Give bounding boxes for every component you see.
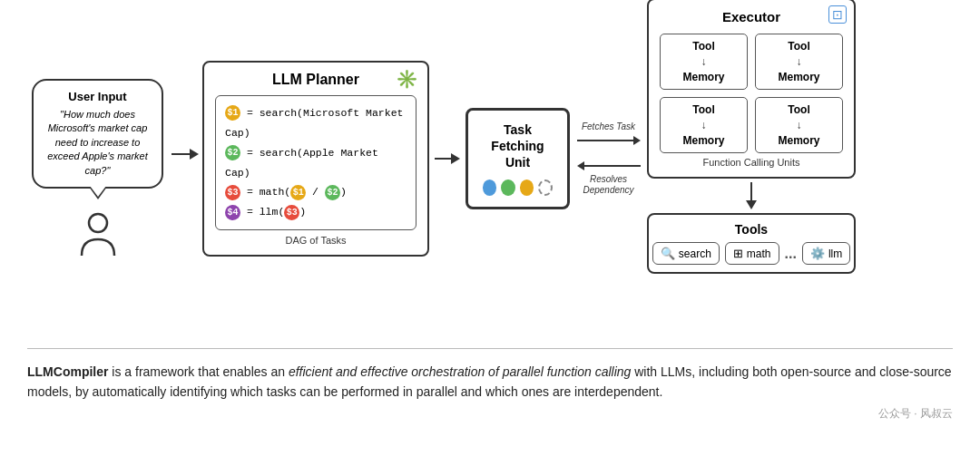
tool-label-4: Tool bbox=[788, 103, 809, 116]
right-head bbox=[633, 136, 641, 145]
dag-line-1: $1 = search(Microsoft Market Cap) bbox=[225, 103, 407, 143]
watermark-text: 公众号 · 风叔云 bbox=[878, 407, 953, 420]
task-fetching-box: Task Fetching Unit bbox=[466, 108, 570, 210]
executor-title: Executor bbox=[660, 9, 843, 24]
tool-memory-box-2: Tool ↓ Memory bbox=[755, 34, 843, 90]
tool-label-3: Tool bbox=[692, 103, 714, 116]
search-icon: 🔍 bbox=[661, 247, 675, 260]
arrow-line-2 bbox=[435, 158, 451, 160]
token-4: $4 bbox=[225, 205, 240, 220]
arrow-1 bbox=[172, 149, 199, 160]
desc-italic: efficient and effective orchestration of… bbox=[289, 364, 631, 379]
search-tool-label: search bbox=[679, 247, 711, 260]
tools-title: Tools bbox=[660, 222, 843, 237]
down-arrow-1: ↓ bbox=[701, 55, 707, 68]
down-arrow-line bbox=[750, 182, 752, 200]
tools-separator: ... bbox=[785, 246, 797, 262]
dag-text-3c: ) bbox=[340, 186, 347, 198]
left-line bbox=[584, 165, 641, 167]
resolves-label: Resolves Dependency bbox=[570, 174, 647, 196]
dot-yellow bbox=[520, 179, 534, 196]
dag-text-3a: = math( bbox=[247, 186, 290, 198]
math-tool-label: math bbox=[747, 247, 771, 260]
down-arrow-section bbox=[746, 182, 757, 209]
llm-planner-title: LLM Planner bbox=[215, 72, 416, 88]
memory-label-2: Memory bbox=[778, 71, 819, 83]
fetches-label: Fetches Task bbox=[582, 121, 635, 132]
task-fetching-title: Task Fetching Unit bbox=[483, 121, 553, 171]
dag-line-4: $4 = llm($3) bbox=[225, 202, 407, 222]
dag-text-3b: / bbox=[306, 186, 325, 198]
arrow-2 bbox=[435, 153, 460, 164]
bi-arrow-section: Fetches Task Resolves Dependency bbox=[570, 121, 647, 196]
user-input-section: User Input "How much does Microsoft's ma… bbox=[27, 79, 168, 266]
dots-row bbox=[483, 179, 553, 196]
svg-point-0 bbox=[89, 214, 107, 232]
right-line bbox=[577, 140, 633, 141]
tools-outer-box: Tools 🔍 search ⊞ math ... bbox=[647, 213, 856, 274]
llm-icon: ⚙️ bbox=[810, 247, 825, 260]
dag-line-2: $2 = search(Apple Market Cap) bbox=[225, 143, 407, 183]
dot-blue bbox=[483, 179, 496, 196]
dag-text-2: = search(Apple Market Cap) bbox=[225, 147, 378, 179]
description-area: LLMCompiler is a framework that enables … bbox=[27, 348, 953, 403]
left-head bbox=[577, 161, 584, 170]
memory-label-1: Memory bbox=[682, 71, 724, 83]
user-input-quote: "How much does Microsoft's market cap ne… bbox=[44, 108, 151, 178]
down-arrow-4: ↓ bbox=[797, 119, 802, 131]
memory-label-4: Memory bbox=[778, 134, 819, 147]
executor-tools-section: Executor ⊡ Tool ↓ Memory Tool ↓ Memory bbox=[647, 0, 856, 274]
arrow-line-1 bbox=[172, 153, 190, 155]
math-tool-chip: ⊞ math bbox=[725, 242, 779, 265]
token-1: $1 bbox=[225, 105, 240, 121]
dag-line-3: $3 = math($1 / $2) bbox=[225, 182, 407, 202]
down-arrow-3: ↓ bbox=[701, 119, 707, 131]
tool-memory-box-1: Tool ↓ Memory bbox=[660, 34, 748, 90]
llm-planner-icon: ✳️ bbox=[396, 68, 418, 90]
main-container: User Input "How much does Microsoft's ma… bbox=[0, 0, 980, 440]
right-arrow bbox=[577, 136, 641, 145]
down-arrow-2: ↓ bbox=[797, 55, 802, 68]
memory-label-3: Memory bbox=[682, 134, 724, 147]
desc-text-1: is a framework that enables an bbox=[108, 364, 288, 379]
watermark: 公众号 · 风叔云 bbox=[27, 406, 953, 422]
function-calling-label: Function Calling Units bbox=[660, 157, 843, 168]
dag-text-4b: ) bbox=[299, 206, 306, 218]
diagram-area: User Input "How much does Microsoft's ma… bbox=[27, 18, 953, 326]
dag-text-1: = search(Microsoft Market Cap) bbox=[225, 107, 403, 139]
llm-tool-chip: ⚙️ llm bbox=[802, 242, 850, 265]
token-ref-2: $2 bbox=[325, 185, 340, 200]
executor-outer-box: Executor ⊡ Tool ↓ Memory Tool ↓ Memory bbox=[647, 0, 856, 179]
tools-row: 🔍 search ⊞ math ... ⚙️ llm bbox=[660, 242, 843, 265]
down-arrow-head bbox=[746, 200, 757, 209]
search-tool-chip: 🔍 search bbox=[652, 242, 720, 265]
tool-label-1: Tool bbox=[692, 40, 714, 53]
function-calling-grid: Tool ↓ Memory Tool ↓ Memory Tool ↓ Mem bbox=[660, 34, 843, 153]
token-ref-1: $1 bbox=[290, 185, 306, 200]
left-arrow bbox=[577, 161, 641, 170]
dot-green bbox=[501, 179, 514, 196]
user-input-title: User Input bbox=[44, 90, 151, 103]
task-fetching-section: Task Fetching Unit bbox=[466, 108, 570, 210]
dag-text-4a: = llm( bbox=[247, 206, 284, 218]
dot-dashed bbox=[538, 179, 553, 196]
brand-name: LLMCompiler bbox=[27, 364, 108, 379]
arrow-head-2 bbox=[451, 153, 460, 164]
token-ref-3: $3 bbox=[284, 205, 299, 220]
llm-tool-label: llm bbox=[828, 247, 842, 260]
arrow-head-1 bbox=[190, 149, 199, 160]
token-3: $3 bbox=[225, 185, 240, 200]
token-2: $2 bbox=[225, 145, 240, 160]
speech-bubble: User Input "How much does Microsoft's ma… bbox=[32, 79, 163, 189]
tool-memory-box-4: Tool ↓ Memory bbox=[755, 97, 843, 153]
person-icon bbox=[80, 212, 116, 266]
math-icon: ⊞ bbox=[733, 247, 743, 260]
tool-label-2: Tool bbox=[788, 40, 809, 53]
dag-box: $1 = search(Microsoft Market Cap) $2 = s… bbox=[215, 95, 416, 230]
executor-scan-icon: ⊡ bbox=[828, 5, 847, 24]
tool-memory-box-3: Tool ↓ Memory bbox=[660, 97, 748, 153]
llm-planner-box: LLM Planner ✳️ $1 = search(Microsoft Mar… bbox=[202, 61, 429, 257]
dag-label: DAG of Tasks bbox=[215, 235, 416, 246]
